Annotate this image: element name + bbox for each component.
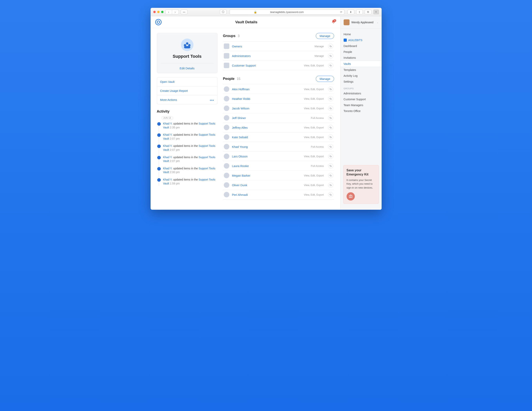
avatar (224, 134, 229, 140)
window-minimize-button[interactable] (157, 11, 160, 13)
emergency-kit-card[interactable]: Save your Emergency Kit It contains your… (343, 165, 379, 204)
person-name-link[interactable]: Kate Sebald (232, 135, 301, 139)
sidebar-item-team[interactable]: AGILEBITS (341, 37, 382, 43)
more-actions-link[interactable]: More Actions ••• (157, 95, 217, 104)
back-button[interactable]: ‹ (165, 10, 172, 14)
person-name-link[interactable]: Khad Young (232, 145, 308, 148)
group-name-link[interactable]: Administrators (232, 54, 312, 57)
svg-rect-3 (184, 46, 190, 48)
person-settings-button[interactable] (328, 134, 333, 140)
group-settings-button[interactable] (328, 44, 333, 49)
sidebar-item-vaults[interactable]: Vaults (341, 61, 382, 67)
privacy-report-button[interactable]: ⓘ (220, 10, 227, 14)
person-settings-button[interactable] (328, 182, 333, 188)
avatar (224, 125, 229, 130)
avatar (224, 173, 229, 178)
person-name-link[interactable]: Heather Robb (232, 97, 301, 100)
person-name-link[interactable]: Jeff Shiner (232, 116, 308, 120)
person-name-link[interactable]: Alex Hoffman (232, 87, 301, 91)
group-settings-button[interactable] (328, 63, 333, 68)
open-vault-link[interactable]: Open Vault (157, 77, 217, 86)
create-usage-report-link[interactable]: Create Usage Report (157, 86, 217, 95)
person-row: Lars OlssonView, Edit, Export (223, 152, 334, 161)
activity-item: Khad Y. updated items in the Support Too… (157, 133, 218, 141)
sidebar-group-link[interactable]: Customer Support (341, 96, 382, 102)
activity-avatar-icon (157, 155, 161, 160)
group-name-link[interactable]: Customer Support (232, 64, 301, 67)
person-settings-button[interactable] (328, 106, 333, 111)
people-heading: People (223, 77, 235, 81)
tabs-button[interactable]: ⧉ (365, 10, 371, 14)
activity-item: Khad Y. updated items in the Support Too… (157, 144, 218, 152)
activity-user-link[interactable]: Khad Y. (163, 178, 172, 181)
person-name-link[interactable]: Megan Barker (232, 174, 301, 177)
person-settings-button[interactable] (328, 144, 333, 149)
group-icon (224, 53, 229, 58)
person-name-link[interactable]: Oliver Dunk (232, 183, 301, 187)
person-settings-button[interactable] (328, 154, 333, 159)
person-name-link[interactable]: Laura Rooke (232, 164, 308, 168)
forward-button[interactable]: › (172, 10, 179, 14)
activity-user-link[interactable]: Khad Y. (163, 167, 172, 170)
downloads-button[interactable]: ⬇ (348, 10, 354, 14)
group-permissions: View, Edit, Export (304, 64, 324, 67)
groups-heading: Groups (223, 34, 236, 38)
sidebar-item-templates[interactable]: Templates (341, 67, 382, 73)
sidebar-nav: Home AGILEBITS Dashboard People Invitati… (341, 31, 382, 114)
new-tab-button[interactable]: + (373, 10, 379, 14)
activity-user-link[interactable]: Khad Y. (163, 133, 172, 136)
sidebar-item-people[interactable]: People (341, 49, 382, 55)
people-section: People 15 Manage Alex HoffmanView, Edit,… (223, 76, 334, 200)
people-count: 15 (237, 77, 240, 81)
sidebar-item-activity-log[interactable]: Activity Log (341, 73, 382, 79)
window-zoom-button[interactable] (161, 11, 163, 13)
activity-feed: Activity JUN 13 Khad Y. updated items in… (157, 109, 218, 185)
sidebar-item-home[interactable]: Home (341, 31, 382, 37)
person-settings-button[interactable] (328, 192, 333, 197)
notifications-button[interactable]: 2 (331, 19, 336, 25)
current-user-menu[interactable]: Wendy Appleseed ⌄ (341, 19, 382, 29)
avatar (224, 96, 229, 101)
person-permissions: Full Access (311, 164, 324, 167)
emergency-kit-icon (347, 192, 355, 201)
person-name-link[interactable]: Lars Olsson (232, 155, 301, 158)
sidebar-item-settings[interactable]: Settings (341, 79, 382, 85)
address-bar[interactable]: 🔒 teamagilebits.1password.com ⟳ (230, 10, 344, 14)
sidebar-toggle-button[interactable]: ▭ (181, 10, 187, 14)
person-name-link[interactable]: Jeffrey Alles (232, 126, 301, 129)
activity-avatar-icon (157, 167, 161, 171)
person-settings-button[interactable] (328, 173, 333, 178)
refresh-icon[interactable]: ⟳ (340, 10, 342, 13)
window-close-button[interactable] (153, 11, 156, 13)
activity-user-link[interactable]: Khad Y. (163, 122, 172, 125)
sidebar-group-link[interactable]: Administrators (341, 90, 382, 96)
sidebar-item-dashboard[interactable]: Dashboard (341, 43, 382, 49)
sidebar-item-invitations[interactable]: Invitations (341, 55, 382, 61)
person-settings-button[interactable] (328, 163, 333, 168)
app-header: Vault Details 2 (151, 16, 340, 28)
sidebar-group-link[interactable]: Team Managers (341, 102, 382, 108)
app-logo-icon[interactable] (155, 19, 162, 25)
person-settings-button[interactable] (328, 125, 333, 130)
vault-actions: Open Vault Create Usage Report More Acti… (157, 77, 218, 104)
edit-details-button[interactable]: Edit Details (161, 63, 213, 73)
manage-people-button[interactable]: Manage (316, 76, 334, 82)
sidebar-group-link[interactable]: Toronto Office (341, 108, 382, 114)
activity-avatar-icon (157, 178, 161, 182)
activity-time: 2:07 pm (170, 137, 180, 140)
share-button[interactable]: ⇪ (356, 10, 363, 14)
activity-user-link[interactable]: Khad Y. (163, 156, 172, 159)
activity-user-link[interactable]: Khad Y. (163, 144, 172, 147)
person-name-link[interactable]: Jacob Wilson (232, 107, 301, 110)
avatar (344, 19, 350, 25)
person-settings-button[interactable] (328, 115, 333, 120)
person-settings-button[interactable] (328, 96, 333, 101)
group-name-link[interactable]: Owners (232, 45, 312, 48)
person-permissions: View, Edit, Export (304, 88, 324, 91)
group-settings-button[interactable] (328, 53, 333, 58)
person-name-link[interactable]: Peri Ahmadi (232, 193, 301, 196)
person-row: Kate SebaldView, Edit, Export (223, 132, 334, 142)
person-settings-button[interactable] (328, 86, 333, 92)
group-permissions: Manage (315, 54, 324, 57)
manage-groups-button[interactable]: Manage (316, 33, 334, 39)
